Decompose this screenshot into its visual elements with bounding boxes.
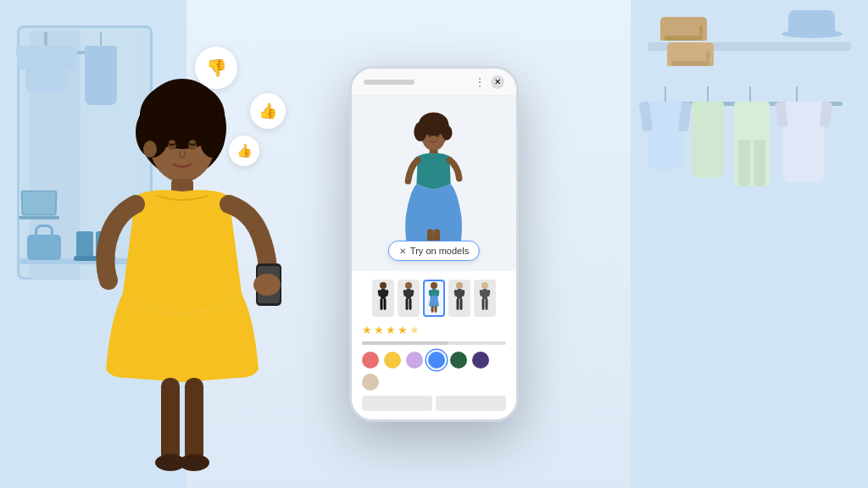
try-on-models-button[interactable]: ✕ Try on models [388,241,480,261]
rack-garment-1 [648,102,683,169]
cart-buttons [359,396,509,411]
right-rack-scene [639,17,860,356]
svg-rect-45 [435,306,437,313]
more-options-icon[interactable]: ⋮ [474,75,486,89]
svg-point-40 [431,282,437,289]
star-4: ★ [398,324,408,336]
swatch-dark-green[interactable] [450,352,467,369]
model-svg [386,109,481,258]
svg-point-4 [199,115,225,158]
star-3: ★ [386,324,396,336]
hanger-hook-4 [796,86,798,103]
svg-rect-33 [384,298,387,310]
rack-garment-3 [734,102,770,186]
svg-rect-39 [409,298,412,310]
svg-point-15 [143,141,157,158]
swatch-lavender[interactable] [406,352,423,369]
rating-bar [362,341,506,345]
cart-button-1[interactable] [362,396,432,411]
star-rating: ★ ★ ★ ★ ★ [359,324,509,336]
model-thumb-2[interactable] [398,280,420,317]
svg-rect-44 [431,306,434,313]
model-thumb-1[interactable] [372,280,394,317]
swatch-beige[interactable] [362,374,379,391]
try-on-close-icon: ✕ [399,247,406,256]
star-2: ★ [374,324,384,336]
hat [782,10,843,38]
svg-rect-9 [161,378,180,463]
swatch-blue[interactable] [428,352,445,369]
cart-button-2[interactable] [436,396,506,411]
right-rack-area [631,0,868,488]
svg-point-12 [179,454,209,471]
svg-point-52 [481,282,488,289]
status-left-placeholder [364,80,415,85]
svg-rect-10 [185,378,203,463]
svg-point-46 [456,282,463,289]
svg-rect-50 [457,298,459,310]
swatch-yellow[interactable] [384,352,401,369]
hanger-hook-1 [665,86,666,103]
hanger-hook-3 [749,86,751,103]
phone-image-area: ✕ Try on models [352,96,516,271]
phone-frame: ⋮ ✕ [349,66,519,422]
star-1: ★ [362,324,372,336]
rack-garment-2 [692,102,724,178]
model-selector-strip [359,280,509,317]
svg-rect-51 [460,298,463,310]
close-button[interactable]: ✕ [491,75,504,89]
swatch-dark-purple[interactable] [472,352,489,369]
color-swatches [359,352,509,391]
svg-rect-38 [406,298,409,310]
rating-bar-fill [362,341,448,345]
swatch-coral[interactable] [362,352,379,369]
svg-point-27 [442,125,453,140]
svg-point-26 [415,122,427,141]
hanger-hook-2 [707,86,709,103]
svg-rect-32 [381,298,383,310]
model-thumb-5[interactable] [474,280,496,317]
phone-bottom-panel: ★ ★ ★ ★ ★ [352,271,516,419]
svg-point-8 [253,274,281,296]
phone-status-bar: ⋮ ✕ [352,69,516,96]
rack-garment-4 [783,102,824,182]
svg-rect-56 [482,298,485,310]
try-on-label: Try on models [410,246,469,256]
model-thumb-3[interactable] [423,280,445,317]
woman-figure [42,47,322,488]
svg-rect-57 [486,298,488,310]
shelf-heels [660,17,714,66]
phone-mockup: ⋮ ✕ [349,66,519,422]
star-5: ★ [409,324,420,336]
model-thumb-4[interactable] [448,280,470,317]
status-icons: ⋮ ✕ [474,75,504,89]
svg-point-34 [405,282,412,289]
svg-point-28 [380,282,387,289]
